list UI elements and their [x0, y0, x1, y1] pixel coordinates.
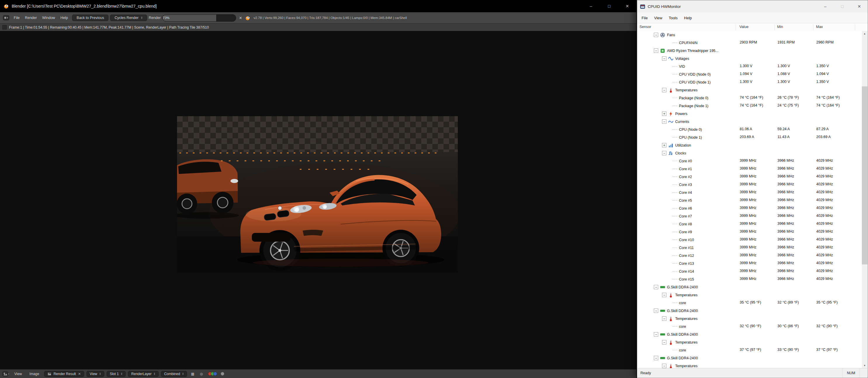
- sensor-group-row[interactable]: −Voltages: [638, 55, 862, 63]
- menu-item-tools[interactable]: Tools: [665, 16, 681, 20]
- menu-item-window[interactable]: Window: [39, 16, 58, 20]
- render-engine-select[interactable]: Cycles Render ▲▼: [110, 14, 147, 21]
- resize-grip[interactable]: [860, 368, 867, 377]
- collapse-icon[interactable]: −: [662, 56, 666, 61]
- sensor-row[interactable]: VID1.300 V1.300 V1.350 V: [638, 63, 862, 70]
- sensor-row[interactable]: Core #03999 MHz3966 MHz4029 MHz: [638, 157, 862, 165]
- view-mode-select[interactable]: View ▲▼: [87, 371, 104, 377]
- sensor-row[interactable]: CPU VDD (Node 1)1.300 V1.300 V1.350 V: [638, 78, 862, 86]
- sensor-row[interactable]: Core #93999 MHz3966 MHz4029 MHz: [638, 228, 862, 236]
- sensor-row[interactable]: core37 °C (97 °F)33 °C (90 °F)37 °C (97 …: [638, 346, 862, 354]
- collapse-icon[interactable]: −: [662, 364, 666, 368]
- sensor-row[interactable]: Core #73999 MHz3966 MHz4029 MHz: [638, 212, 862, 220]
- expand-icon[interactable]: +: [662, 111, 666, 116]
- alpha-channel-icon[interactable]: [221, 372, 224, 376]
- sensor-row[interactable]: Package (Node 1)74 °C (164 °F)24 °C (75 …: [638, 102, 862, 110]
- editor-type-icon[interactable]: [3, 15, 9, 21]
- collapse-icon[interactable]: −: [662, 88, 666, 92]
- minimize-icon[interactable]: –: [817, 0, 834, 12]
- sensor-group-row[interactable]: −G.Skill DDR4-2400: [638, 331, 862, 338]
- image-menu[interactable]: Image: [27, 372, 42, 376]
- sensor-row[interactable]: Core #13999 MHz3966 MHz4029 MHz: [638, 165, 862, 173]
- sensor-group-row[interactable]: −G.Skill DDR4-2400: [638, 354, 862, 362]
- collapse-icon[interactable]: −: [662, 316, 666, 321]
- sensor-row[interactable]: core35 °C (95 °F)32 °C (89 °F)35 °C (95 …: [638, 299, 862, 307]
- sensor-row[interactable]: Core #33999 MHz3966 MHz4029 MHz: [638, 181, 862, 188]
- collapse-icon[interactable]: −: [654, 33, 658, 37]
- collapse-icon[interactable]: −: [654, 285, 658, 289]
- sensor-row[interactable]: Core #53999 MHz3966 MHz4029 MHz: [638, 197, 862, 204]
- scrollbar-thumb[interactable]: [862, 87, 867, 265]
- sensor-row[interactable]: Core #143999 MHz3966 MHz4029 MHz: [638, 267, 862, 275]
- draw-channels-icon[interactable]: ▦: [189, 371, 196, 377]
- sensor-group-row[interactable]: −Temperatures: [638, 291, 862, 299]
- pivot-icon[interactable]: ◎: [198, 371, 205, 377]
- sensor-group-row[interactable]: +Powers: [638, 110, 862, 117]
- collapse-icon[interactable]: −: [662, 151, 666, 155]
- sensor-group-row[interactable]: +Utilization: [638, 141, 862, 149]
- sensor-group-row[interactable]: −Temperatures: [638, 86, 862, 94]
- sensor-row[interactable]: Core #153999 MHz3966 MHz4029 MHz: [638, 275, 862, 283]
- sensor-row[interactable]: CPU VDD (Node 0)1.094 V1.088 V1.094 V: [638, 70, 862, 78]
- cancel-render-icon[interactable]: ✕: [238, 16, 243, 20]
- sensor-row[interactable]: Core #63999 MHz3966 MHz4029 MHz: [638, 204, 862, 212]
- sensor-group-row[interactable]: −Temperatures: [638, 338, 862, 346]
- sensor-group-row[interactable]: −Clocks: [638, 149, 862, 157]
- column-sensor[interactable]: Sensor: [640, 25, 651, 29]
- sensor-row[interactable]: Package (Node 0)74 °C (164 °F)26 °C (78 …: [638, 94, 862, 102]
- sensor-row[interactable]: Core #113999 MHz3966 MHz4029 MHz: [638, 244, 862, 252]
- menu-item-file[interactable]: File: [11, 16, 22, 20]
- maximize-icon[interactable]: □: [834, 0, 851, 12]
- editor-type-icon[interactable]: [2, 371, 9, 377]
- maximize-icon[interactable]: □: [600, 0, 618, 12]
- menu-item-file[interactable]: File: [639, 16, 651, 20]
- back-to-previous-button[interactable]: Back to Previous: [72, 14, 108, 21]
- sensor-row[interactable]: core32 °C (90 °F)30 °C (86 °F)32 °C (90 …: [638, 322, 862, 331]
- collapse-icon[interactable]: −: [654, 332, 658, 337]
- unlink-datablock-icon[interactable]: ✕: [78, 372, 81, 376]
- sensor-group-row[interactable]: −AMD Ryzen Threadripper 195...: [638, 47, 862, 55]
- sensor-group-row[interactable]: −Temperatures: [638, 362, 862, 368]
- sensor-row[interactable]: CPU (Node 0)81.06 A59.24 A87.29 A: [638, 126, 862, 133]
- rgb-channels-icon[interactable]: [208, 372, 217, 376]
- sensor-group-row[interactable]: −G.Skill DDR4-2400: [638, 283, 862, 291]
- sensor-row[interactable]: CPU (Node 1)203.69 A11.43 A203.69 A: [638, 133, 862, 141]
- view-menu[interactable]: View: [12, 372, 25, 376]
- menu-item-render[interactable]: Render: [22, 16, 39, 20]
- render-pass-select[interactable]: Combined ▲▼: [161, 371, 187, 377]
- minimize-icon[interactable]: –: [582, 0, 600, 12]
- sensor-row[interactable]: Core #43999 MHz3966 MHz4029 MHz: [638, 188, 862, 197]
- collapse-icon[interactable]: −: [654, 309, 658, 313]
- sensor-row[interactable]: Core #123999 MHz3966 MHz4029 MHz: [638, 252, 862, 260]
- vertical-scrollbar[interactable]: ▲ ▼: [862, 31, 867, 368]
- image-datablock-selector[interactable]: Render Result ✕: [44, 371, 84, 377]
- collapse-icon[interactable]: −: [662, 340, 666, 344]
- menu-item-view[interactable]: View: [651, 16, 665, 20]
- sensor-row[interactable]: Core #23999 MHz3966 MHz4029 MHz: [638, 173, 862, 181]
- sensor-group-row[interactable]: −G.Skill DDR4-2400: [638, 307, 862, 315]
- sensor-row[interactable]: Core #103999 MHz3966 MHz4029 MHz: [638, 236, 862, 244]
- column-min[interactable]: Min: [777, 25, 783, 29]
- sensor-row[interactable]: Core #83999 MHz3966 MHz4029 MHz: [638, 220, 862, 228]
- menu-item-help[interactable]: Help: [681, 16, 695, 20]
- sensor-group-row[interactable]: −Currents: [638, 117, 862, 126]
- sensor-row[interactable]: CPUFANIN2903 RPM1931 RPM2960 RPM: [638, 39, 862, 47]
- sensor-group-row[interactable]: −Temperatures: [638, 315, 862, 322]
- expand-icon[interactable]: +: [662, 143, 666, 147]
- column-max[interactable]: Max: [816, 25, 823, 29]
- collapse-icon[interactable]: −: [654, 356, 658, 360]
- render-layer-select[interactable]: RenderLayer ▲▼: [128, 371, 158, 377]
- sensor-group-row[interactable]: −Fans: [638, 31, 862, 39]
- collapse-icon[interactable]: −: [654, 48, 658, 53]
- slot-select[interactable]: Slot 1 ▲▼: [106, 371, 126, 377]
- collapse-icon[interactable]: −: [662, 293, 666, 297]
- close-icon[interactable]: ✕: [618, 0, 636, 12]
- scroll-up-icon[interactable]: ▲: [862, 31, 867, 36]
- render-progress-value: 73%: [163, 16, 169, 20]
- scroll-down-icon[interactable]: ▼: [862, 363, 867, 368]
- menu-item-help[interactable]: Help: [58, 16, 71, 20]
- collapse-icon[interactable]: −: [662, 119, 666, 124]
- close-icon[interactable]: ✕: [851, 0, 868, 12]
- sensor-row[interactable]: Core #133999 MHz3966 MHz4029 MHz: [638, 260, 862, 267]
- column-value[interactable]: Value: [739, 25, 748, 29]
